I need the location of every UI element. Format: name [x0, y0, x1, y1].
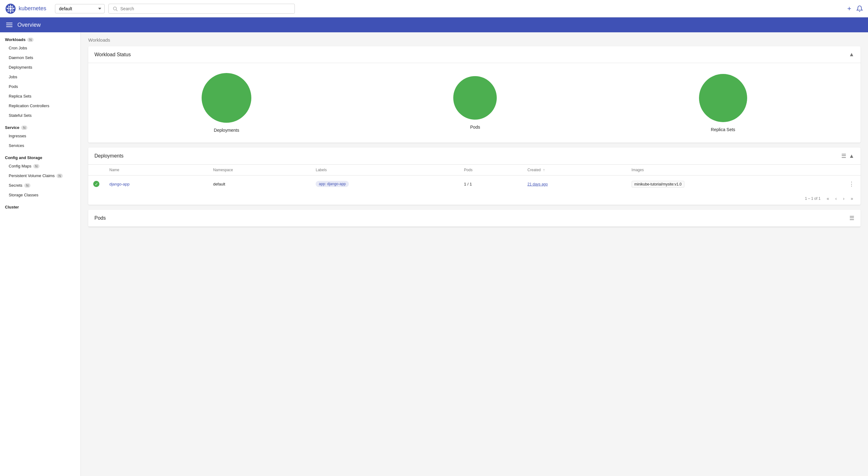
add-button[interactable]: +: [847, 5, 851, 13]
sidebar-item-jobs[interactable]: Jobs: [0, 72, 81, 82]
hamburger-line1: [6, 23, 12, 23]
namespace-selector[interactable]: default kube-system kube-public: [55, 4, 105, 13]
namespace-select[interactable]: default kube-system kube-public: [55, 4, 105, 13]
deployments-header: Deployments ☰ ▲: [88, 148, 861, 165]
row-pods: 1 / 1: [464, 182, 472, 186]
sidebar-group-config: Config and Storage: [0, 150, 81, 161]
pods-circle: [453, 76, 497, 120]
main-layout: Workloads N Cron Jobs Daemon Sets Deploy…: [0, 32, 868, 476]
sidebar-item-replication-controllers[interactable]: Replication Controllers: [0, 101, 81, 111]
sidebar-group-cluster: Cluster: [0, 200, 81, 211]
sidebar-item-pods[interactable]: Pods: [0, 82, 81, 91]
filter-icon[interactable]: ☰: [841, 153, 846, 159]
row-more-button[interactable]: ⋮: [847, 179, 856, 188]
col-status: [88, 165, 104, 176]
search-bar[interactable]: [108, 4, 295, 14]
config-maps-badge: N: [33, 164, 39, 169]
sidebar: Workloads N Cron Jobs Daemon Sets Deploy…: [0, 32, 81, 476]
workload-status-header: Workload Status ▲: [88, 46, 861, 63]
pagination: 1 – 1 of 1 « ‹ › »: [88, 192, 861, 205]
sidebar-item-config-maps[interactable]: Config Maps N: [0, 161, 81, 171]
pods-filter-icon[interactable]: ☰: [849, 215, 854, 221]
checkmark: ✓: [95, 182, 98, 186]
app-name: kubernetes: [19, 5, 46, 12]
deployments-card: Deployments ☰ ▲ Name Namespace Labels Po…: [88, 148, 861, 205]
main-content: Workloads Workload Status ▲ Deployments …: [81, 32, 868, 476]
sidebar-item-cron-jobs[interactable]: Cron Jobs: [0, 43, 81, 53]
kubernetes-logo-icon: [5, 3, 16, 14]
pods-circle-label: Pods: [470, 125, 480, 129]
deployments-circle: [202, 73, 251, 123]
deployment-name-link[interactable]: django-app: [110, 182, 129, 186]
col-pods: Pods: [459, 165, 523, 176]
section-title: Overview: [18, 22, 41, 28]
pvc-badge: N: [57, 174, 63, 178]
pagination-next[interactable]: ›: [841, 195, 847, 202]
workload-status-actions: ▲: [849, 51, 854, 58]
menu-button[interactable]: [5, 22, 14, 28]
status-circles-container: Deployments Pods Replica Sets: [88, 63, 861, 143]
collapse-icon[interactable]: ▲: [849, 51, 854, 58]
pagination-info: 1 – 1 of 1: [805, 196, 820, 201]
sidebar-item-daemon-sets[interactable]: Daemon Sets: [0, 53, 81, 62]
secrets-badge: N: [24, 183, 30, 188]
sidebar-group-workloads: Workloads N: [0, 32, 81, 43]
sidebar-item-services[interactable]: Services: [0, 141, 81, 150]
col-namespace: Namespace: [208, 165, 311, 176]
deployments-title: Deployments: [94, 153, 123, 159]
content-section-title: Workloads: [88, 37, 861, 42]
replica-sets-circle: [699, 74, 747, 122]
deployments-actions: ☰ ▲: [841, 153, 854, 159]
col-created[interactable]: Created ↑: [523, 165, 627, 176]
sidebar-item-stateful-sets[interactable]: Stateful Sets: [0, 111, 81, 120]
sidebar-item-ingresses[interactable]: Ingresses: [0, 131, 81, 141]
sidebar-item-secrets[interactable]: Secrets N: [0, 180, 81, 190]
pagination-last[interactable]: »: [848, 195, 856, 202]
label-chip: app: django-app: [316, 181, 349, 187]
deployments-table-container: Name Namespace Labels Pods Created ↑ Ima…: [88, 165, 861, 205]
pagination-first[interactable]: «: [824, 195, 832, 202]
svg-line-7: [116, 10, 118, 11]
service-badge: N: [21, 125, 27, 130]
pods-header: Pods ☰: [88, 210, 861, 227]
search-input[interactable]: [120, 6, 291, 11]
col-labels: Labels: [311, 165, 459, 176]
image-chip: minikube-tutorial/mysite:v1.0: [631, 181, 684, 188]
col-images: Images: [627, 165, 842, 176]
sidebar-item-pvc[interactable]: Persistent Volume Claims N: [0, 171, 81, 180]
row-pods-cell: 1 / 1: [459, 176, 523, 192]
row-more-cell: ⋮: [842, 176, 861, 192]
sidebar-group-service: Service N: [0, 120, 81, 131]
sidebar-item-storage-classes[interactable]: Storage Classes: [0, 190, 81, 200]
deployments-collapse-icon[interactable]: ▲: [849, 153, 854, 159]
row-created-cell: 21 days ago: [523, 176, 627, 192]
logo: kubernetes: [5, 3, 46, 14]
row-namespace: default: [213, 182, 225, 186]
topbar-actions: +: [847, 5, 863, 13]
deployments-table: Name Namespace Labels Pods Created ↑ Ima…: [88, 165, 861, 192]
section-header: Overview: [0, 18, 868, 32]
pods-actions: ☰: [849, 215, 854, 221]
svg-point-6: [114, 7, 117, 10]
replica-sets-circle-label: Replica Sets: [711, 127, 735, 132]
sidebar-item-replica-sets[interactable]: Replica Sets: [0, 91, 81, 101]
table-header-row: Name Namespace Labels Pods Created ↑ Ima…: [88, 165, 861, 176]
col-actions: [842, 165, 861, 176]
search-icon: [113, 6, 118, 11]
created-timestamp[interactable]: 21 days ago: [528, 182, 548, 186]
notification-button[interactable]: [856, 5, 863, 12]
pods-card: Pods ☰: [88, 210, 861, 227]
workloads-badge: N: [27, 38, 34, 42]
svg-point-1: [9, 7, 11, 10]
row-name-cell: django-app: [104, 176, 208, 192]
deployments-circle-item: Deployments: [202, 73, 251, 133]
bell-icon: [856, 5, 863, 12]
pods-title: Pods: [94, 215, 105, 221]
row-labels-cell: app: django-app: [311, 176, 459, 192]
sidebar-item-deployments[interactable]: Deployments: [0, 62, 81, 72]
topbar: kubernetes default kube-system kube-publ…: [0, 0, 868, 18]
col-name[interactable]: Name: [104, 165, 208, 176]
workload-status-title: Workload Status: [94, 52, 131, 58]
pagination-prev[interactable]: ‹: [833, 195, 839, 202]
deployments-circle-label: Deployments: [214, 128, 239, 133]
